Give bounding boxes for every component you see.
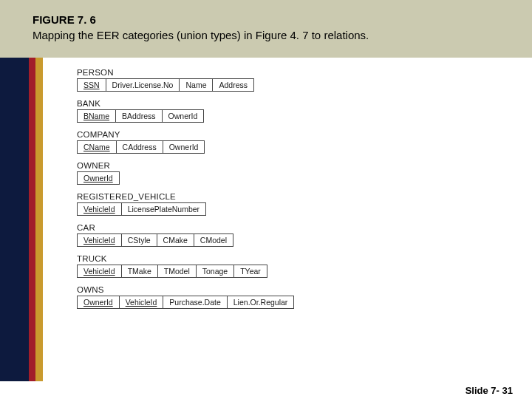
relation-owner: OWNER OwnerId (77, 161, 502, 185)
attribute-cell: OwnerId (163, 140, 205, 154)
attribute-cell: CName (77, 140, 116, 154)
attribute-cell: OwnerId (77, 171, 120, 185)
slide-number: Slide 7- 31 (466, 385, 513, 396)
attribute-cell: BName (77, 109, 115, 123)
attribute-cell: OwnerId (162, 109, 205, 123)
relation-name: REGISTERED_VEHICLE (77, 192, 502, 201)
relation-name: TRUCK (77, 254, 502, 263)
attribute-cell: SSN (77, 78, 106, 92)
attribute-row: CName CAddress OwnerId (77, 140, 502, 154)
attribute-cell: Driver.License.No (106, 78, 180, 92)
schema-diagram: PERSON SSN Driver.License.No Name Addres… (43, 58, 532, 381)
attribute-cell: CStyle (121, 233, 157, 247)
attribute-cell: VehicleId (77, 265, 121, 278)
attribute-cell: Address (212, 78, 254, 92)
attribute-cell: CAddress (116, 140, 163, 154)
relation-truck: TRUCK VehicleId TMake TModel Tonage TYea… (77, 254, 502, 278)
relation-name: OWNS (77, 285, 502, 294)
relation-person: PERSON SSN Driver.License.No Name Addres… (77, 68, 502, 92)
attribute-row: VehicleId LicensePlateNumber (77, 202, 502, 216)
relation-bank: BANK BName BAddress OwnerId (77, 99, 502, 123)
relation-name: COMPANY (77, 130, 502, 139)
attribute-cell: VehicleId (77, 233, 121, 247)
attribute-cell: Purchase.Date (163, 296, 226, 309)
accent-bar-blue (0, 58, 29, 381)
relation-company: COMPANY CName CAddress OwnerId (77, 130, 502, 154)
attribute-cell: CModel (194, 233, 233, 247)
relation-owns: OWNS OwnerId VehicleId Purchase.Date Lie… (77, 285, 502, 309)
relation-registered-vehicle: REGISTERED_VEHICLE VehicleId LicensePlat… (77, 192, 502, 216)
attribute-cell: BAddress (115, 109, 162, 123)
relation-car: CAR VehicleId CStyle CMake CModel (77, 223, 502, 247)
attribute-cell: OwnerId (77, 296, 119, 309)
attribute-cell: CMake (157, 233, 194, 247)
attribute-row: VehicleId CStyle CMake CModel (77, 233, 502, 247)
attribute-row: SSN Driver.License.No Name Address (77, 78, 502, 92)
attribute-cell: Name (179, 78, 212, 92)
slide: FIGURE 7. 6 Mapping the EER categories (… (0, 0, 532, 399)
attribute-cell: TMake (121, 265, 157, 278)
attribute-row: OwnerId VehicleId Purchase.Date Lien.Or.… (77, 296, 502, 309)
attribute-row: VehicleId TMake TModel Tonage TYear (77, 265, 502, 278)
figure-caption: Mapping the EER categories (union types)… (33, 27, 499, 43)
slide-header: FIGURE 7. 6 Mapping the EER categories (… (0, 0, 532, 58)
attribute-cell: TModel (157, 265, 196, 278)
relation-name: PERSON (77, 68, 502, 77)
relation-name: CAR (77, 223, 502, 232)
relation-name: BANK (77, 99, 502, 108)
attribute-cell: Tonage (196, 265, 233, 278)
relation-name: OWNER (77, 161, 502, 170)
accent-color-bar (0, 58, 43, 381)
attribute-cell: VehicleId (77, 202, 121, 216)
attribute-cell: Lien.Or.Regular (227, 296, 295, 309)
attribute-row: BName BAddress OwnerId (77, 109, 502, 123)
accent-bar-gold (35, 58, 43, 381)
attribute-cell: VehicleId (119, 296, 163, 309)
attribute-row: OwnerId (77, 171, 502, 185)
attribute-cell: TYear (233, 265, 267, 278)
figure-number: FIGURE 7. 6 (33, 12, 499, 27)
slide-body: PERSON SSN Driver.License.No Name Addres… (0, 58, 532, 381)
accent-bar-red (29, 58, 36, 381)
attribute-cell: LicensePlateNumber (121, 202, 206, 216)
